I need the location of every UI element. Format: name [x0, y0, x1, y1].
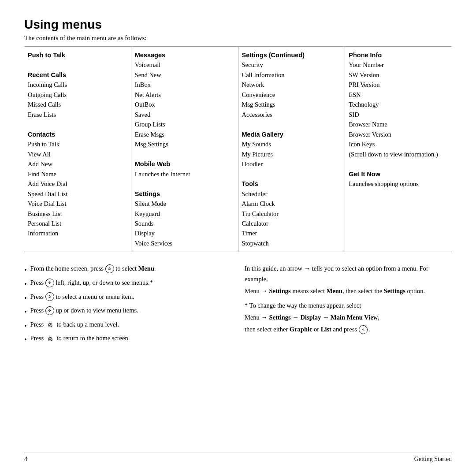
col2-section-messages: Messages Voicemail Send New InBox Net Al… — [135, 50, 233, 149]
menu-icon-2: ✲ — [45, 292, 54, 301]
right-instructions: In this guide, an arrow → tells you to s… — [245, 264, 452, 453]
col3-section-mediagallery: Media Gallery My Sounds My Pictures Dood… — [242, 130, 340, 169]
bullet-4: • Press ✛ up or down to view menu items. — [24, 305, 231, 318]
right-p1: In this guide, an arrow → tells you to s… — [245, 264, 452, 284]
bullet-2: • Press ✛ left, right, up, or down to se… — [24, 278, 231, 290]
bullet-dot-3: • — [24, 293, 27, 304]
page-title: Using menus — [24, 18, 452, 32]
bullet-1: • From the home screen, press ✲ to selec… — [24, 264, 231, 276]
bullet-5: • Press ⊘ to back up a menu level. — [24, 320, 231, 332]
right-p5: then select either Graphic or List and p… — [245, 324, 452, 335]
right-p2: Menu → Settings means select Menu, then … — [245, 286, 452, 296]
footer-page-number: 4 — [24, 456, 27, 463]
menu-table: Push to Talk Recent Calls Incoming Calls… — [24, 46, 452, 252]
menu-col-1: Push to Talk Recent Calls Incoming Calls… — [24, 47, 131, 252]
bullet-text-4: Press ✛ up or down to view menu items. — [30, 305, 231, 316]
col2-section-settings: Settings Silent Mode Keyguard Sounds Dis… — [135, 189, 233, 249]
bullet-text-3: Press ✲ to select a menu or menu item. — [30, 292, 231, 302]
menu-col-2: Messages Voicemail Send New InBox Net Al… — [131, 47, 238, 252]
bullet-text-1: From the home screen, press ✲ to select … — [30, 264, 231, 274]
bullet-dot-2: • — [24, 279, 27, 290]
nav-icon-2: ✛ — [45, 306, 54, 315]
nav-icon-1: ✛ — [45, 279, 54, 287]
home-icon: ⊛ — [45, 335, 55, 342]
col1-header-ptt: Push to Talk — [28, 50, 126, 60]
col4-section-getitnow: Get It Now Launches shopping options — [349, 169, 446, 189]
footer: 4 Getting Started — [24, 453, 452, 463]
menu-col-4: Phone Info Your Number SW Version PRI Ve… — [345, 47, 452, 252]
right-p4: Menu → Settings → Display → Main Menu Vi… — [245, 312, 452, 323]
subtitle: The contents of the main menu are as fol… — [24, 34, 452, 42]
bullets-section: • From the home screen, press ✲ to selec… — [24, 264, 452, 453]
bullet-text-5: Press ⊘ to back up a menu level. — [30, 320, 231, 330]
col3-section-settings-cont: Settings (Continued) Security Call Infor… — [242, 50, 340, 119]
bullets-list: • From the home screen, press ✲ to selec… — [24, 264, 231, 453]
col4-section-phoneinfo: Phone Info Your Number SW Version PRI Ve… — [349, 50, 446, 159]
right-p3: * To change the way the menus appear, se… — [245, 301, 452, 311]
footer-section-title: Getting Started — [414, 456, 452, 463]
bullet-dot-6: • — [24, 334, 27, 346]
col1-section-contacts: Contacts Push to Talk View All Add New F… — [28, 130, 126, 238]
back-icon: ⊘ — [45, 320, 55, 328]
bullet-text-2: Press ✛ left, right, up, or down to see … — [30, 278, 231, 288]
bullet-3: • Press ✲ to select a menu or menu item. — [24, 292, 231, 304]
bullet-6: • Press ⊛ to return to the home screen. — [24, 333, 231, 346]
col3-section-tools: Tools Scheduler Alarm Clock Tip Calculat… — [242, 179, 340, 248]
bullet-text-6: Press ⊛ to return to the home screen. — [30, 333, 231, 343]
bullet-dot-5: • — [24, 320, 27, 332]
menu-col-3: Settings (Continued) Security Call Infor… — [238, 47, 346, 252]
page: Using menus The contents of the main men… — [0, 0, 476, 476]
bullet-dot-4: • — [24, 306, 27, 318]
bullet-dot-1: • — [24, 264, 27, 276]
col2-section-mobileweb: Mobile Web Launches the Internet — [135, 159, 233, 179]
menu-icon-3: ✲ — [359, 325, 368, 334]
col1-section-recent: Recent Calls Incoming Calls Outgoing Cal… — [28, 70, 126, 119]
menu-icon-1: ✲ — [105, 264, 114, 273]
